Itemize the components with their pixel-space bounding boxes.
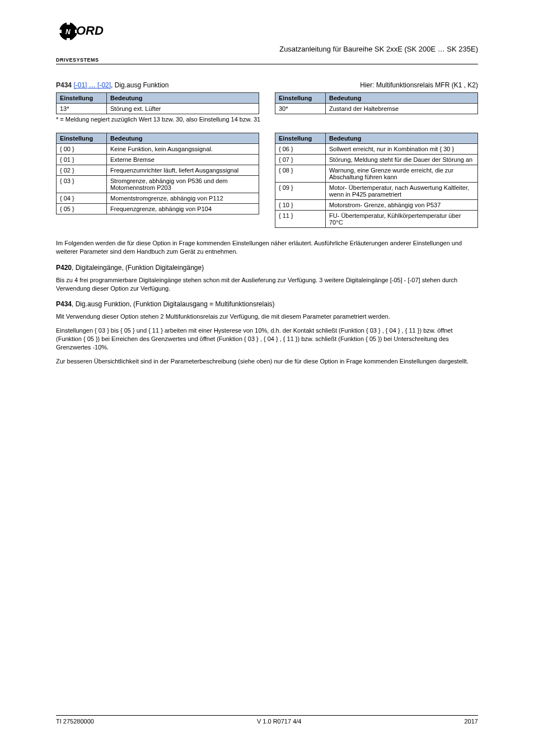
svg-rect-2 (67, 38, 70, 43)
footer-version: V 1.0 R0717 4/4 (257, 718, 302, 725)
page-title: Zusatzanleitung für Baureihe SK 2xxE (SK… (112, 16, 478, 53)
p434-para-1: Mit Verwendung dieser Option stehen 2 Mu… (56, 312, 478, 321)
brand-logo: N ORD DRIVESYSTEMS (56, 16, 112, 63)
col-meaning: Bedeutung (107, 93, 259, 104)
section-p420-header: P420, Digitaleingänge, (Funktion Digital… (56, 264, 478, 272)
col-meaning: Bedeutung (326, 133, 478, 144)
settings-table-right: Einstellung Bedeutung { 06 }Sollwert err… (275, 133, 478, 228)
logo-subtext: DRIVESYSTEMS (56, 57, 112, 63)
footer-rule (56, 715, 478, 716)
col-setting: Einstellung (275, 133, 326, 144)
svg-rect-3 (57, 30, 62, 33)
p434-table-left: Einstellung Bedeutung 13* Störung ext. L… (56, 92, 259, 114)
footer-doc-id: TI 275280000 (56, 718, 94, 725)
header-rule (56, 64, 478, 64)
p434-para-3: Zur besseren Übersichtlichkeit sind in d… (56, 357, 478, 366)
col-meaning: Bedeutung (107, 133, 259, 144)
col-meaning: Bedeutung (326, 93, 478, 104)
p434-table-right: Einstellung Bedeutung 30* Zustand der Ha… (275, 92, 478, 114)
svg-text:ORD: ORD (76, 24, 104, 38)
section-p434-2-header: P434, Dig.ausg Funktion, (Funktion Digit… (56, 300, 478, 308)
section-p434-header: P434 [-01] … [-02], Dig.ausg Funktion Hi… (56, 81, 478, 89)
svg-rect-1 (67, 20, 70, 25)
col-setting: Einstellung (57, 133, 107, 144)
settings-table-left: Einstellung Bedeutung { 00 }Keine Funkti… (56, 133, 259, 214)
footer-year: 2017 (465, 718, 478, 725)
col-setting: Einstellung (57, 93, 107, 104)
svg-text:N: N (65, 28, 71, 36)
p420-description: Bis zu 4 frei programmierbare Digitalein… (56, 276, 478, 293)
col-setting: Einstellung (275, 93, 326, 104)
intro-paragraph: Im Folgenden werden die für diese Option… (56, 239, 478, 256)
p434-para-2: Einstellungen { 03 } bis { 05 } und { 11… (56, 326, 478, 352)
array-index-link[interactable]: [-01] … [-02] (73, 81, 111, 89)
negation-note: * = Meldung negiert zuzüglich Wert 13 bz… (56, 116, 478, 123)
